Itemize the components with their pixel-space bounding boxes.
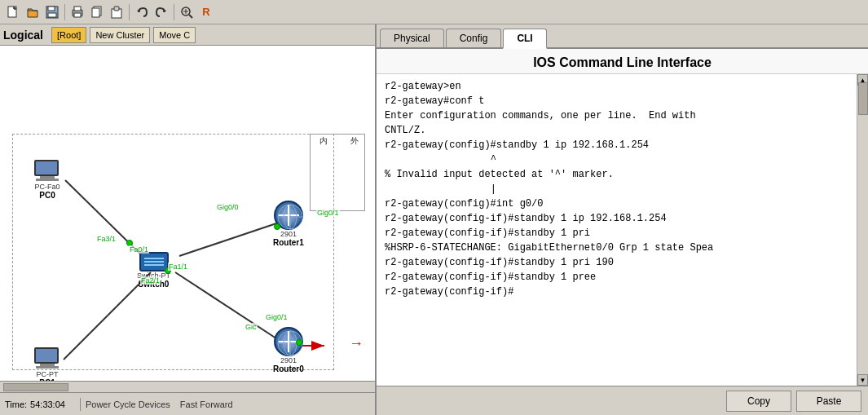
copy-icon[interactable] (88, 3, 106, 21)
pc0-icon (34, 160, 60, 183)
vscroll-thumb[interactable] (858, 82, 868, 115)
move-cluster-button[interactable]: Move C (153, 27, 196, 43)
root-button[interactable]: [Root] (51, 27, 86, 43)
undo-icon[interactable] (133, 3, 151, 21)
port-gig0-0: Gig0/0 (216, 203, 240, 211)
pc0-label: PC0 (39, 191, 55, 200)
cli-panel: IOS Command Line Interface r2-gateway>en… (377, 49, 868, 415)
red-arrow: → (349, 335, 364, 352)
fast-forward-label[interactable]: Fast Forward (180, 400, 233, 409)
new-cluster-button[interactable]: New Cluster (90, 27, 150, 43)
statusbar-sep (80, 398, 81, 411)
router0-node[interactable]: 2901 Router0 (273, 327, 304, 373)
toolbar-separator (64, 4, 65, 20)
logical-title: Logical (3, 29, 43, 42)
cli-buttons: Copy Paste (377, 386, 868, 415)
greenport-router1-gig (274, 223, 280, 230)
time-label: Time: (5, 400, 27, 409)
zoom-in-icon[interactable] (178, 3, 196, 21)
time-value: 54:33:04 (30, 400, 65, 409)
svg-rect-8 (74, 7, 81, 11)
cli-row: r2-gateway>en r2-gateway#conf t Enter co… (377, 74, 868, 386)
tab-physical[interactable]: Physical (380, 29, 444, 47)
new-file-icon[interactable] (4, 3, 22, 21)
pc1-node[interactable]: PC-PT PC1 (34, 347, 60, 381)
statusbar: Time: 54:33:04 Power Cycle Devices Fast … (0, 392, 375, 415)
toolbar: R (0, 0, 868, 24)
tab-cli[interactable]: CLI (503, 29, 546, 49)
svg-line-17 (189, 15, 192, 18)
greenport-router0-gig (296, 339, 302, 346)
tabs-bar: Physical Config CLI (377, 24, 868, 49)
toolbar-separator-3 (174, 4, 174, 20)
copy-button[interactable]: Copy (726, 391, 791, 412)
paste-button[interactable]: Paste (796, 391, 861, 412)
right-panel: Physical Config CLI IOS Command Line Int… (377, 24, 868, 415)
port-fa3-1: Fa3/1 (96, 235, 117, 243)
svg-rect-5 (48, 7, 55, 11)
outer-region-label: 外 (350, 135, 359, 147)
save-file-icon[interactable] (43, 3, 61, 21)
port-fa0-1: Fa0/1 (129, 245, 149, 254)
pc1-sublabel: PC-PT (37, 370, 59, 378)
hscroll-thumb[interactable] (3, 383, 68, 391)
svg-rect-9 (74, 13, 81, 17)
toolbar-separator-2 (129, 4, 130, 20)
pc1-label: PC1 (39, 378, 55, 381)
router0-label: Router0 (273, 364, 304, 373)
port-gig0-1-r1: Gig0/1 (316, 209, 340, 217)
pc0-sublabel: PC-Fa0 (34, 183, 59, 191)
left-hscroll[interactable] (0, 381, 375, 392)
tab-config[interactable]: Config (446, 29, 502, 47)
svg-rect-11 (92, 8, 99, 17)
redo-icon[interactable] (152, 3, 170, 21)
pc1-icon (34, 347, 60, 370)
left-panel: Logical [Root] New Cluster Move C (0, 24, 377, 415)
print-icon[interactable] (68, 3, 86, 21)
power-cycle-label[interactable]: Power Cycle Devices (86, 400, 170, 409)
cli-vscroll[interactable]: ▲ ▼ (857, 74, 868, 386)
custom-r-icon[interactable]: R (197, 3, 215, 21)
router1-label: Router1 (273, 238, 304, 247)
svg-rect-6 (48, 13, 56, 17)
left-panel-header: Logical [Root] New Cluster Move C (0, 24, 375, 46)
open-file-icon[interactable] (24, 3, 42, 21)
network-canvas[interactable]: 内 外 PC-Fa0 PC0 P (0, 46, 375, 381)
pc0-node[interactable]: PC-Fa0 PC0 (34, 160, 60, 200)
cli-content[interactable]: r2-gateway>en r2-gateway#conf t Enter co… (377, 74, 857, 386)
port-fa2-1: Fa2/1 (140, 276, 161, 285)
cli-title: IOS Command Line Interface (377, 49, 868, 74)
paste-icon[interactable] (108, 3, 126, 21)
port-gig0-1-r0: Gig0/1 (265, 313, 289, 321)
port-gig: Gic (245, 323, 258, 331)
switch0-icon (139, 252, 169, 272)
vscroll-down[interactable]: ▼ (857, 374, 868, 386)
port-fa1-1: Fa1/1 (168, 263, 188, 271)
svg-rect-13 (114, 7, 119, 11)
main-layout: Logical [Root] New Cluster Move C (0, 24, 868, 415)
